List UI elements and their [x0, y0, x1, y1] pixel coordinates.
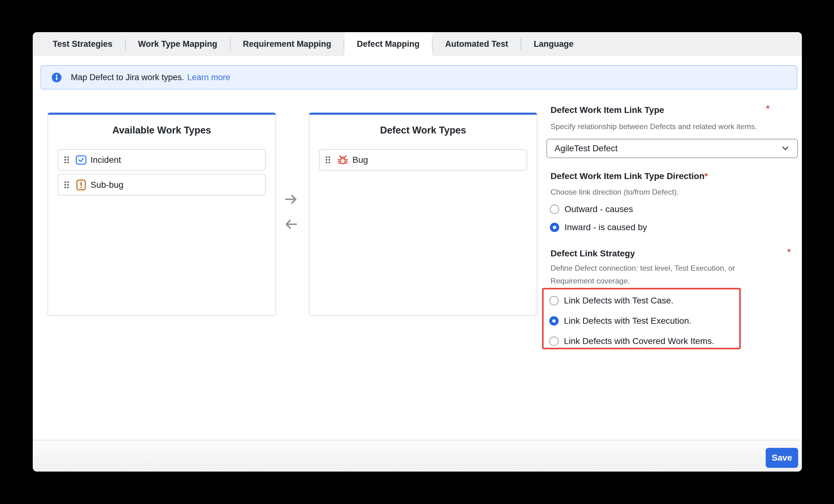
drag-handle-icon[interactable] [325, 156, 331, 164]
strategy-description: Define Defect connection: test level, Te… [550, 262, 738, 287]
settings-window: Test Strategies Work Type Mapping Requir… [33, 32, 802, 472]
radio-label: Inward - is caused by [565, 222, 647, 232]
tab-work-type-mapping[interactable]: Work Type Mapping [126, 32, 230, 56]
radio-circle-icon[interactable] [549, 316, 558, 326]
work-item-label: Incident [90, 155, 121, 165]
radio-outward-causes[interactable]: Outward - causes [550, 204, 633, 214]
move-right-arrow-icon[interactable] [284, 194, 298, 205]
tab-defect-mapping[interactable]: Defect Mapping [344, 32, 432, 56]
footer-bar: Save [33, 440, 802, 472]
radio-link-defects-test-case[interactable]: Link Defects with Test Case. [549, 295, 673, 306]
info-banner: Map Defect to Jira work types. Learn mor… [41, 65, 797, 89]
radio-inward-is-caused-by[interactable]: Inward - is caused by [550, 222, 647, 232]
link-type-select[interactable]: AgileTest Defect [546, 139, 798, 158]
drag-handle-icon[interactable] [64, 156, 69, 164]
available-items-list: Incident Sub-bug [58, 149, 266, 199]
radio-label: Link Defects with Test Execution. [564, 316, 692, 326]
work-item-label: Bug [352, 155, 368, 165]
tab-test-strategies[interactable]: Test Strategies [40, 32, 125, 56]
save-button[interactable]: Save [766, 448, 798, 468]
radio-circle-icon[interactable] [550, 223, 559, 232]
panel-title: Available Work Types [48, 125, 276, 136]
info-icon [52, 73, 62, 82]
direction-description: Choose link direction (to/from Defect). [550, 185, 679, 198]
radio-label: Link Defects with Test Case. [564, 295, 673, 306]
incident-icon [75, 154, 87, 166]
radio-circle-icon[interactable] [549, 336, 558, 346]
drag-handle-icon[interactable] [64, 180, 69, 189]
link-type-description: Specify relationship between Defects and… [550, 120, 757, 133]
radio-circle-icon[interactable] [549, 296, 558, 305]
radio-circle-icon[interactable] [550, 204, 559, 214]
learn-more-link[interactable]: Learn more [187, 73, 230, 82]
radio-link-defects-covered-work-items[interactable]: Link Defects with Covered Work Items. [549, 336, 714, 346]
work-item-bug[interactable]: Bug [319, 149, 527, 171]
banner-message: Map Defect to Jira work types. [71, 73, 184, 82]
panel-title: Defect Work Types [309, 125, 537, 136]
work-item-label: Sub-bug [90, 180, 124, 190]
direction-label: Defect Work Item Link Type Direction* [550, 171, 708, 181]
radio-label: Link Defects with Covered Work Items. [564, 336, 714, 346]
tab-requirement-mapping[interactable]: Requirement Mapping [231, 32, 344, 56]
tab-automated-test[interactable]: Automated Test [433, 32, 521, 56]
bug-icon [337, 154, 349, 166]
required-asterisk: * [787, 247, 791, 257]
defect-work-types-panel: Defect Work Types [309, 113, 537, 316]
work-item-sub-bug[interactable]: Sub-bug [58, 174, 266, 196]
required-asterisk: * [705, 172, 708, 181]
radio-link-defects-test-execution[interactable]: Link Defects with Test Execution. [549, 316, 692, 326]
chevron-down-icon [781, 145, 790, 152]
tab-language[interactable]: Language [521, 32, 586, 56]
radio-label: Outward - causes [565, 204, 633, 214]
defect-items-list: Bug [319, 149, 527, 174]
tab-bar: Test Strategies Work Type Mapping Requir… [33, 32, 802, 56]
required-asterisk: * [766, 104, 769, 113]
move-left-arrow-icon[interactable] [284, 219, 298, 230]
direction-label-text: Defect Work Item Link Type Direction [550, 171, 705, 181]
strategy-label: Defect Link Strategy [550, 248, 635, 259]
link-type-selected-value: AgileTest Defect [554, 144, 618, 153]
link-type-label: Defect Work Item Link Type [550, 105, 664, 115]
available-work-types-panel: Available Work Types Incident [47, 113, 276, 316]
sub-bug-icon [75, 179, 87, 191]
work-item-incident[interactable]: Incident [58, 149, 266, 171]
